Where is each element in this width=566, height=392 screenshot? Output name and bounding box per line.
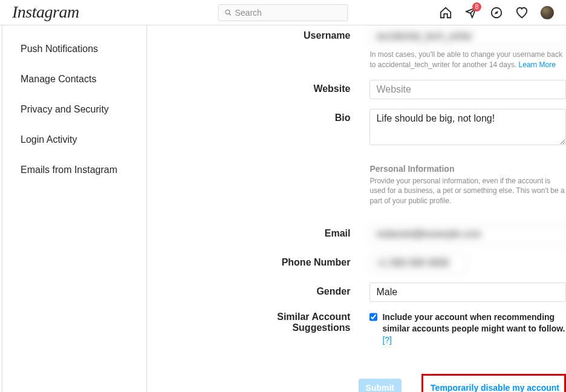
sidebar-item-push-notifications[interactable]: Push Notifications bbox=[2, 34, 146, 64]
explore-icon[interactable] bbox=[490, 6, 503, 19]
svg-line-1 bbox=[229, 14, 231, 16]
row-username: Username In most cases, you'll be able t… bbox=[147, 27, 566, 70]
sidebar-item-manage-contacts[interactable]: Manage Contacts bbox=[2, 64, 146, 94]
row-submit: Submit Temporarily disable my account bbox=[147, 356, 566, 392]
label-email: Email bbox=[147, 224, 369, 239]
row-website: Website bbox=[147, 80, 566, 99]
home-icon[interactable] bbox=[439, 6, 452, 19]
svg-marker-4 bbox=[495, 11, 498, 15]
messages-badge: 8 bbox=[472, 2, 481, 11]
personal-info-desc: Provide your personal information, even … bbox=[369, 176, 566, 206]
similar-checkbox-label: Include your account when recommending s… bbox=[382, 312, 566, 346]
content: Push Notifications Manage Contacts Priva… bbox=[0, 25, 566, 392]
personal-info-title: Personal Information bbox=[369, 164, 566, 174]
sidebar-item-login-activity[interactable]: Login Activity bbox=[2, 125, 146, 155]
svg-point-0 bbox=[226, 10, 230, 14]
website-input[interactable] bbox=[369, 80, 566, 99]
sidebar-item-emails[interactable]: Emails from Instagram bbox=[2, 155, 146, 185]
row-bio: Bio bbox=[147, 109, 566, 147]
row-phone: Phone Number bbox=[147, 253, 566, 273]
label-website: Website bbox=[147, 80, 369, 94]
row-similar: Similar Account Suggestions Include your… bbox=[147, 312, 566, 346]
label-bio: Bio bbox=[147, 109, 369, 123]
top-nav: Instagram 8 bbox=[0, 0, 566, 25]
main-panel: Username In most cases, you'll be able t… bbox=[147, 25, 566, 392]
learn-more-link[interactable]: Learn More bbox=[519, 60, 556, 69]
label-similar: Similar Account Suggestions bbox=[147, 312, 369, 333]
submit-button[interactable]: Submit bbox=[359, 379, 402, 392]
instagram-logo[interactable]: Instagram bbox=[12, 2, 79, 22]
label-username: Username bbox=[147, 27, 369, 41]
search-field[interactable] bbox=[218, 4, 348, 21]
avatar[interactable] bbox=[541, 6, 554, 19]
search-icon bbox=[225, 9, 232, 16]
nav-icons: 8 bbox=[439, 6, 554, 19]
username-helper: In most cases, you'll be able to change … bbox=[369, 50, 566, 70]
email-input[interactable] bbox=[369, 224, 566, 244]
similar-checkbox[interactable] bbox=[369, 313, 377, 321]
sidebar: Push Notifications Manage Contacts Priva… bbox=[2, 25, 147, 392]
search-input[interactable] bbox=[235, 8, 342, 18]
activity-icon[interactable] bbox=[515, 6, 529, 19]
gender-input[interactable] bbox=[369, 283, 566, 302]
phone-input[interactable] bbox=[369, 253, 466, 273]
messages-icon[interactable]: 8 bbox=[464, 6, 478, 19]
username-input[interactable] bbox=[369, 27, 566, 46]
row-email: Email bbox=[147, 224, 566, 244]
label-gender: Gender bbox=[147, 283, 369, 297]
similar-help-link[interactable]: [?] bbox=[382, 335, 392, 345]
row-gender: Gender bbox=[147, 283, 566, 302]
label-phone: Phone Number bbox=[147, 253, 369, 268]
sidebar-item-privacy-security[interactable]: Privacy and Security bbox=[2, 94, 146, 125]
row-personal-info: Personal Information Provide your person… bbox=[147, 164, 566, 215]
bio-input[interactable] bbox=[369, 109, 566, 145]
temporarily-disable-link[interactable]: Temporarily disable my account bbox=[421, 374, 566, 392]
